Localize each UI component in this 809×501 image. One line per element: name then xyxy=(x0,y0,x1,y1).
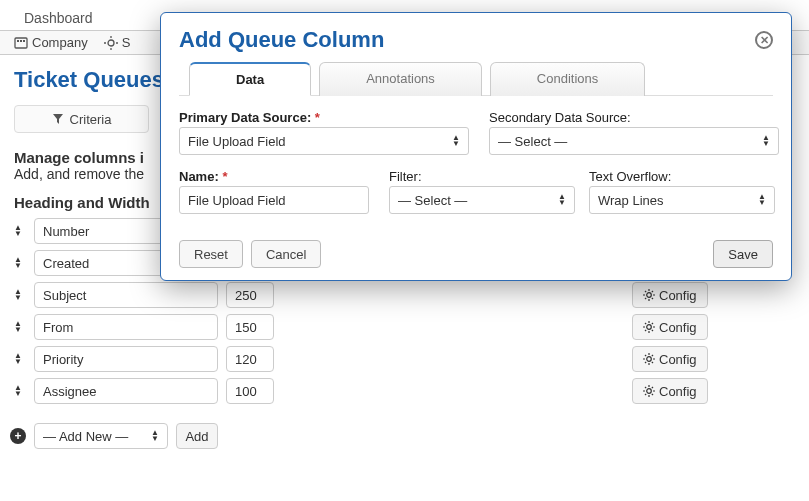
add-queue-column-dialog: Add Queue Column ✕ Data Annotations Cond… xyxy=(160,12,792,281)
config-button[interactable]: Config xyxy=(632,378,708,404)
name-input[interactable]: File Upload Field xyxy=(179,186,369,214)
tab-data[interactable]: Data xyxy=(189,62,311,96)
overflow-value: Wrap Lines xyxy=(598,193,664,208)
svg-line-34 xyxy=(645,362,646,363)
secondary-source-select[interactable]: — Select — ▲▼ xyxy=(489,127,779,155)
select-caret-icon: ▲▼ xyxy=(762,135,770,146)
drag-handle-icon[interactable]: ▲▼ xyxy=(10,223,26,239)
gear-icon xyxy=(643,321,655,333)
gear-icon xyxy=(643,289,655,301)
column-width-value: 100 xyxy=(235,384,257,399)
column-name-value: Assignee xyxy=(43,384,96,399)
cancel-button[interactable]: Cancel xyxy=(251,240,321,268)
primary-source-value: File Upload Field xyxy=(188,134,286,149)
select-caret-icon: ▲▼ xyxy=(758,194,766,205)
add-button[interactable]: Add xyxy=(176,423,218,449)
gear-icon xyxy=(104,36,118,50)
column-row: ▲▼ Assignee 100 Config xyxy=(10,375,799,407)
filter-select[interactable]: — Select — ▲▼ xyxy=(389,186,575,214)
drag-handle-icon[interactable]: ▲▼ xyxy=(10,255,26,271)
select-caret-icon: ▲▼ xyxy=(151,430,159,441)
overflow-select[interactable]: Wrap Lines ▲▼ xyxy=(589,186,775,214)
svg-line-17 xyxy=(652,291,653,292)
toolbar-company[interactable]: Company xyxy=(14,35,88,50)
column-width-value: 150 xyxy=(235,320,257,335)
column-name-value: Created xyxy=(43,256,89,271)
svg-line-23 xyxy=(645,323,646,324)
column-row: ▲▼ From 150 Config xyxy=(10,311,799,343)
criteria-button[interactable]: Criteria xyxy=(14,105,149,133)
config-button[interactable]: Config xyxy=(632,282,708,308)
filter-label: Filter: xyxy=(389,169,579,186)
toolbar-settings[interactable]: S xyxy=(104,35,131,50)
column-name-input[interactable]: From xyxy=(34,314,218,340)
gear-icon xyxy=(643,385,655,397)
reset-button[interactable]: Reset xyxy=(179,240,243,268)
filter-icon xyxy=(52,113,64,125)
svg-line-24 xyxy=(652,330,653,331)
add-icon: + xyxy=(10,428,26,444)
company-icon xyxy=(14,36,28,50)
svg-point-4 xyxy=(108,40,114,46)
add-new-select[interactable]: — Add New — ▲▼ xyxy=(34,423,168,449)
close-icon[interactable]: ✕ xyxy=(755,31,773,49)
config-button[interactable]: Config xyxy=(632,314,708,340)
column-name-input[interactable]: Subject xyxy=(34,282,218,308)
svg-line-41 xyxy=(645,387,646,388)
tab-conditions[interactable]: Conditions xyxy=(490,62,645,96)
drag-handle-icon[interactable]: ▲▼ xyxy=(10,351,26,367)
svg-line-26 xyxy=(652,323,653,324)
column-name-value: Priority xyxy=(43,352,83,367)
overflow-label: Text Overflow: xyxy=(589,169,779,186)
svg-line-16 xyxy=(645,298,646,299)
column-row: ▲▼ Subject 250 Config xyxy=(10,279,799,311)
save-button[interactable]: Save xyxy=(713,240,773,268)
svg-line-33 xyxy=(652,362,653,363)
svg-rect-1 xyxy=(17,40,19,42)
tab-annotations[interactable]: Annotations xyxy=(319,62,482,96)
primary-source-select[interactable]: File Upload Field ▲▼ xyxy=(179,127,469,155)
name-label: Name: * xyxy=(179,169,379,186)
drag-handle-icon[interactable]: ▲▼ xyxy=(10,319,26,335)
svg-line-42 xyxy=(652,394,653,395)
svg-point-36 xyxy=(647,389,652,394)
svg-rect-0 xyxy=(15,38,27,48)
tab-dashboard[interactable]: Dashboard xyxy=(14,6,103,30)
config-label: Config xyxy=(659,384,697,399)
name-value: File Upload Field xyxy=(188,193,286,208)
criteria-label: Criteria xyxy=(70,112,112,127)
svg-line-43 xyxy=(645,394,646,395)
config-label: Config xyxy=(659,352,697,367)
column-width-input[interactable]: 150 xyxy=(226,314,274,340)
column-row: ▲▼ Priority 120 Config xyxy=(10,343,799,375)
column-width-input[interactable]: 100 xyxy=(226,378,274,404)
svg-point-18 xyxy=(647,325,652,330)
config-label: Config xyxy=(659,320,697,335)
column-width-value: 120 xyxy=(235,352,257,367)
svg-line-35 xyxy=(652,355,653,356)
column-width-input[interactable]: 120 xyxy=(226,346,274,372)
config-button[interactable]: Config xyxy=(632,346,708,372)
gear-icon xyxy=(643,353,655,365)
svg-point-9 xyxy=(647,293,652,298)
column-name-input[interactable]: Priority xyxy=(34,346,218,372)
svg-rect-3 xyxy=(23,40,25,42)
column-name-input[interactable]: Assignee xyxy=(34,378,218,404)
svg-line-25 xyxy=(645,330,646,331)
svg-line-15 xyxy=(652,298,653,299)
column-width-value: 250 xyxy=(235,288,257,303)
toolbar-settings-label: S xyxy=(122,35,131,50)
select-caret-icon: ▲▼ xyxy=(558,194,566,205)
filter-value: — Select — xyxy=(398,193,467,208)
svg-line-32 xyxy=(645,355,646,356)
drag-handle-icon[interactable]: ▲▼ xyxy=(10,383,26,399)
column-name-value: Subject xyxy=(43,288,86,303)
toolbar-company-label: Company xyxy=(32,35,88,50)
column-name-value: From xyxy=(43,320,73,335)
column-width-input[interactable]: 250 xyxy=(226,282,274,308)
svg-point-27 xyxy=(647,357,652,362)
dialog-tabs: Data Annotations Conditions xyxy=(179,61,773,96)
drag-handle-icon[interactable]: ▲▼ xyxy=(10,287,26,303)
column-name-value: Number xyxy=(43,224,89,239)
svg-line-44 xyxy=(652,387,653,388)
